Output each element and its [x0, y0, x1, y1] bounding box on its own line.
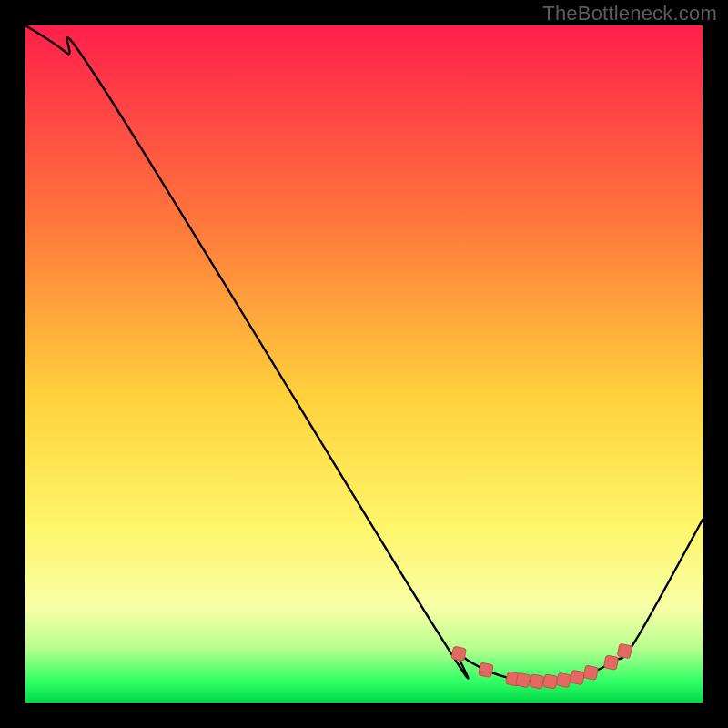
- chart-frame: TheBottleneck.com: [0, 0, 728, 728]
- marker-point: [556, 672, 571, 688]
- plot-area: [25, 25, 703, 703]
- marker-point: [542, 674, 558, 690]
- chart-svg: [25, 25, 703, 703]
- marker-point: [529, 674, 544, 690]
- marker-point: [570, 670, 585, 685]
- marker-point: [479, 662, 494, 678]
- marker-point: [583, 665, 599, 681]
- marker-point: [603, 655, 619, 671]
- marker-point: [451, 646, 467, 662]
- marker-point: [516, 672, 531, 688]
- watermark-text: TheBottleneck.com: [542, 2, 717, 25]
- marker-point: [617, 643, 632, 659]
